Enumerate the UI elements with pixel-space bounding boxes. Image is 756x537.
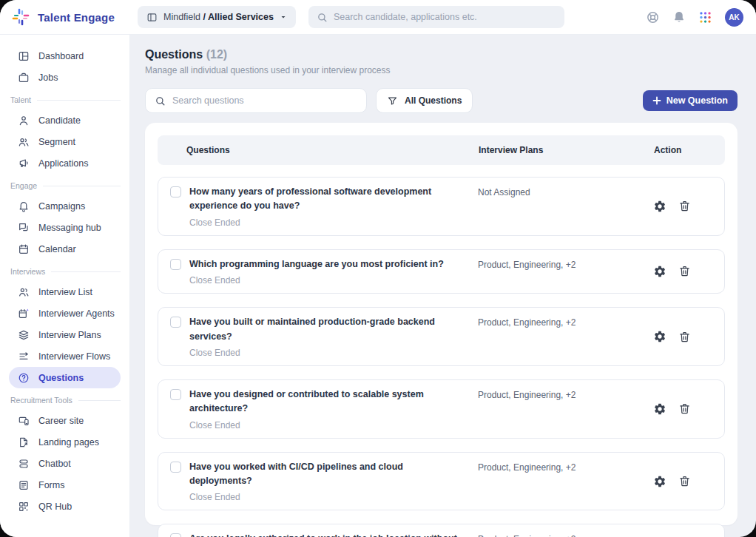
- sidebar-item-dashboard[interactable]: Dashboard: [9, 45, 121, 67]
- table-rows: How many years of professional software …: [158, 177, 725, 537]
- question-type: Close Ended: [189, 348, 463, 358]
- row-plans: Product, Engineering, +2: [478, 460, 653, 503]
- topbar: Talent Engage Mindfield / Allied Service…: [0, 0, 756, 35]
- avatar[interactable]: AK: [725, 8, 743, 27]
- chat-bubbles-icon: [18, 222, 30, 234]
- form-icon: [18, 479, 30, 491]
- question-type: Close Ended: [189, 217, 463, 228]
- sidebar-item-campaigns[interactable]: Campaigns: [9, 195, 121, 217]
- org-label: Mindfield / Allied Services: [163, 12, 274, 22]
- table-row: Have you worked with CI/CD pipelines and…: [158, 452, 725, 511]
- sidebar-item-chatbot[interactable]: Chatbot: [9, 453, 121, 474]
- sidebar-item-applications[interactable]: Applications: [9, 152, 121, 174]
- robot-icon: [18, 458, 30, 470]
- search-icon: [317, 12, 328, 23]
- sidebar-item-career-site[interactable]: Career site: [9, 410, 121, 431]
- row-plans: Not Assigned: [478, 185, 653, 228]
- app-window: Talent Engage Mindfield / Allied Service…: [0, 0, 756, 537]
- sidebar-item-messaging-hub[interactable]: Messaging hub: [9, 217, 121, 238]
- delete-trash-icon[interactable]: [678, 331, 691, 343]
- global-search-input[interactable]: [334, 12, 556, 22]
- delete-trash-icon[interactable]: [678, 200, 691, 212]
- org-icon: [146, 12, 158, 23]
- table-header: Questions Interview Plans Action: [158, 135, 725, 165]
- question-circle-icon: [18, 372, 30, 384]
- question-text: Which programming language are you most …: [189, 257, 444, 271]
- column-header-action: Action: [654, 145, 713, 155]
- sidebar-item-interviewer-agents[interactable]: Interviewer Agents: [9, 303, 121, 324]
- sidebar-item-forms[interactable]: Forms: [9, 474, 121, 496]
- apps-grid-icon[interactable]: [698, 10, 712, 24]
- chevron-down-icon: [280, 13, 287, 21]
- settings-gear-icon[interactable]: [653, 475, 666, 488]
- notifications-bell-icon[interactable]: [672, 10, 686, 24]
- row-checkbox[interactable]: [170, 462, 181, 473]
- page-subtitle: Manage all individual questions used in …: [145, 65, 738, 75]
- settings-gear-icon[interactable]: [653, 200, 666, 213]
- calendar-sparkle-icon: [18, 308, 30, 320]
- settings-gear-icon[interactable]: [653, 402, 666, 416]
- flow-icon: [18, 351, 30, 362]
- topbar-actions: AK: [646, 8, 743, 27]
- person-icon: [18, 115, 30, 126]
- sidebar: Dashboard Jobs Talent Candidate Segment …: [0, 35, 130, 537]
- sidebar-section-talent: Talent: [9, 95, 121, 104]
- question-text: Have you designed or contributed to scal…: [189, 388, 463, 416]
- brand-logo-icon: [11, 7, 30, 27]
- question-type: Close Ended: [189, 275, 444, 286]
- row-checkbox[interactable]: [170, 186, 181, 197]
- sidebar-section-recruitment-tools: Recruitment Tools: [9, 396, 121, 405]
- question-text: How many years of professional software …: [189, 185, 463, 214]
- people-icon: [18, 136, 30, 148]
- group-icon: [18, 286, 30, 298]
- filter-button[interactable]: All Questions: [376, 88, 473, 113]
- row-checkbox[interactable]: [170, 317, 181, 328]
- devices-icon: [18, 415, 30, 427]
- questions-table: Questions Interview Plans Action How man…: [145, 123, 738, 525]
- row-plans: Product, Engineering, +2: [478, 315, 653, 358]
- settings-gear-icon[interactable]: [653, 330, 666, 343]
- row-checkbox[interactable]: [170, 389, 181, 400]
- question-text: Have you worked with CI/CD pipelines and…: [189, 460, 463, 489]
- sidebar-item-interview-plans[interactable]: Interview Plans: [9, 324, 121, 345]
- layers-icon: [18, 329, 30, 341]
- settings-gear-icon[interactable]: [653, 265, 666, 278]
- sidebar-item-calendar[interactable]: Calendar: [9, 238, 121, 260]
- question-text: Have you built or maintained production-…: [189, 315, 463, 344]
- row-checkbox[interactable]: [170, 259, 181, 270]
- row-checkbox[interactable]: [170, 533, 181, 537]
- search-icon: [155, 95, 166, 107]
- main-content: Questions (12) Manage all individual que…: [130, 35, 756, 537]
- delete-trash-icon[interactable]: [678, 475, 691, 487]
- sidebar-item-qr-hub[interactable]: QR Hub: [9, 496, 121, 517]
- help-icon[interactable]: [646, 10, 660, 24]
- qr-code-icon: [18, 501, 30, 513]
- row-plans: Product, Engineering, +2: [478, 532, 653, 537]
- delete-trash-icon[interactable]: [678, 402, 691, 415]
- sidebar-item-jobs[interactable]: Jobs: [9, 67, 121, 88]
- sidebar-section-engage: Engage: [9, 181, 121, 190]
- page-arrow-icon: [18, 436, 30, 448]
- plus-icon: [652, 96, 661, 105]
- question-type: Close Ended: [189, 420, 463, 430]
- brand-name: Talent Engage: [38, 11, 115, 24]
- questions-search: [145, 88, 367, 113]
- funnel-icon: [387, 95, 398, 107]
- sidebar-item-candidate[interactable]: Candidate: [9, 109, 121, 131]
- questions-search-input[interactable]: [172, 95, 357, 106]
- row-plans: Product, Engineering, +2: [478, 257, 653, 286]
- column-header-questions: Questions: [169, 145, 479, 155]
- new-question-button[interactable]: New Question: [643, 90, 738, 111]
- sidebar-item-interviewer-flows[interactable]: Interviewer Flows: [9, 345, 121, 367]
- sidebar-item-questions[interactable]: Questions: [9, 367, 121, 388]
- page-title: Questions (12): [145, 48, 738, 61]
- sidebar-item-landing-pages[interactable]: Landing pages: [9, 431, 121, 453]
- question-text: Are you legally authorized to work in th…: [189, 532, 463, 537]
- sidebar-item-segment[interactable]: Segment: [9, 131, 121, 152]
- sidebar-item-interview-list[interactable]: Interview List: [9, 281, 121, 303]
- calendar-icon: [18, 243, 30, 255]
- delete-trash-icon[interactable]: [678, 265, 691, 277]
- global-search: [308, 6, 564, 28]
- megaphone-icon: [18, 158, 30, 169]
- org-selector[interactable]: Mindfield / Allied Services: [138, 6, 296, 28]
